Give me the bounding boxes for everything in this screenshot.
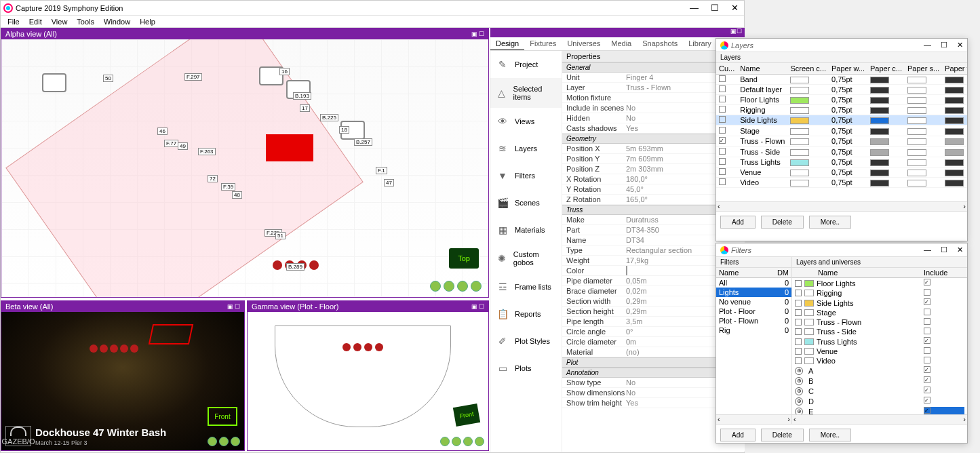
- current-checkbox[interactable]: [719, 137, 726, 144]
- current-checkbox[interactable]: [719, 106, 726, 113]
- paper-color-swatch[interactable]: [870, 107, 889, 114]
- view-restore-icon[interactable]: ▣: [471, 31, 477, 37]
- paper-s-swatch[interactable]: [907, 170, 926, 176]
- nav-project[interactable]: ✎Project: [490, 51, 562, 78]
- paper-t-swatch[interactable]: [945, 170, 964, 176]
- include-checkbox[interactable]: [924, 289, 930, 296]
- layers-col[interactable]: Screen c...: [787, 63, 829, 75]
- layer-row[interactable]: Floor Lights0,75ptNormal: [716, 95, 967, 105]
- menu-view[interactable]: View: [47, 17, 72, 26]
- nav-materials[interactable]: ▦Materials: [490, 216, 562, 243]
- paper-t-swatch[interactable]: [945, 138, 964, 145]
- paper-color-swatch[interactable]: [870, 117, 889, 124]
- current-checkbox[interactable]: [719, 96, 726, 102]
- current-checkbox[interactable]: [719, 148, 726, 155]
- include-checkbox[interactable]: [924, 309, 930, 315]
- screen-color-swatch[interactable]: [790, 128, 809, 135]
- paper-t-swatch[interactable]: [945, 159, 964, 166]
- include-checkbox[interactable]: [924, 366, 930, 373]
- filter-row[interactable]: No venue0: [716, 297, 791, 307]
- horizontal-scrollbar[interactable]: [792, 414, 967, 424]
- include-checkbox[interactable]: [924, 387, 930, 393]
- lu-layer-row[interactable]: Floor Lights: [792, 278, 967, 288]
- lu-layer-row[interactable]: Side Lights: [792, 298, 967, 308]
- add-button[interactable]: Add: [720, 216, 756, 229]
- minimize-button[interactable]: —: [690, 3, 699, 13]
- tab-universes[interactable]: Universes: [562, 37, 606, 50]
- lu-universe-row[interactable]: ⊛E: [792, 406, 967, 414]
- layers-table-scroll[interactable]: Cu...NameScreen c...Paper w...Paper c...…: [716, 63, 967, 201]
- nav-selected[interactable]: △Selected items: [490, 78, 562, 108]
- color-swatch[interactable]: [626, 266, 627, 275]
- filters-list[interactable]: All0Lights0No venue0Plot - Floor0Plot - …: [716, 278, 791, 414]
- paper-s-swatch[interactable]: [907, 107, 926, 114]
- view-restore-icon[interactable]: ▣: [471, 303, 477, 310]
- view-tool-dots[interactable]: [342, 343, 383, 351]
- menu-window[interactable]: Window: [100, 17, 134, 26]
- close-button[interactable]: ✕: [957, 245, 963, 254]
- view-restore-icon[interactable]: ▣: [227, 303, 233, 310]
- current-checkbox[interactable]: [719, 75, 726, 82]
- lu-layer-row[interactable]: Rigging: [792, 288, 967, 298]
- paper-t-swatch[interactable]: [945, 107, 964, 114]
- close-button[interactable]: ✕: [731, 3, 739, 13]
- horizontal-scrollbar[interactable]: [716, 414, 791, 424]
- paper-color-swatch[interactable]: [870, 149, 889, 156]
- include-checkbox[interactable]: [924, 318, 930, 325]
- menu-tools[interactable]: Tools: [73, 17, 98, 26]
- nav-framelists[interactable]: ☲Frame lists: [490, 273, 562, 300]
- fixture-symbol[interactable]: [42, 73, 66, 92]
- screen-color-swatch[interactable]: [790, 138, 809, 145]
- paper-t-swatch[interactable]: [945, 77, 964, 83]
- paper-color-swatch[interactable]: [870, 180, 889, 186]
- view-orientation-front[interactable]: Front: [208, 407, 237, 426]
- beta-nav-buttons[interactable]: [208, 437, 240, 446]
- nav-gobos[interactable]: ✺Custom gobos: [490, 243, 562, 273]
- paper-s-swatch[interactable]: [907, 77, 926, 83]
- layer-row[interactable]: Truss - Flown0,75ptNormal: [716, 136, 967, 146]
- menu-help[interactable]: Help: [136, 17, 159, 26]
- lu-layer-row[interactable]: Truss - Flown: [792, 317, 967, 327]
- alpha-canvas[interactable]: Top 50F.29716B.19317B.22518B.25746F.7749…: [1, 39, 488, 297]
- screen-color-swatch[interactable]: [790, 77, 809, 83]
- tab-design[interactable]: Design: [490, 37, 524, 50]
- include-checkbox[interactable]: [924, 337, 930, 344]
- paper-t-swatch[interactable]: [945, 180, 964, 186]
- more-button[interactable]: More..: [809, 216, 851, 229]
- layer-row[interactable]: Video0,75ptNormal: [716, 177, 967, 187]
- screen-color-swatch[interactable]: [790, 180, 809, 186]
- layer-checkbox[interactable]: [795, 280, 802, 287]
- screen-color-swatch[interactable]: [790, 149, 809, 156]
- include-checkbox[interactable]: [924, 376, 930, 383]
- panel-controls-icon[interactable]: ▣☐: [730, 28, 742, 35]
- current-checkbox[interactable]: [719, 116, 726, 123]
- current-checkbox[interactable]: [719, 127, 726, 134]
- view-tool-dots[interactable]: [90, 344, 138, 353]
- layer-row[interactable]: Default layer0,75ptNormal: [716, 85, 967, 95]
- layer-row[interactable]: Side Lights0,75ptNormal: [716, 115, 967, 125]
- layer-row[interactable]: Band0,75ptNormal: [716, 75, 967, 85]
- beta-canvas[interactable]: GAZEB/O Dockhouse 47 Winter Bash March 1…: [1, 312, 244, 450]
- paper-t-swatch[interactable]: [945, 128, 964, 135]
- gamma-canvas[interactable]: Front: [248, 312, 488, 450]
- nav-scenes[interactable]: 🎬Scenes: [490, 189, 562, 216]
- layers-col[interactable]: Paper te...: [942, 63, 967, 75]
- paper-color-swatch[interactable]: [870, 159, 889, 166]
- lu-layer-row[interactable]: Truss Lights: [792, 336, 967, 347]
- paper-t-swatch[interactable]: [945, 117, 964, 124]
- layer-checkbox[interactable]: [795, 328, 802, 335]
- nav-plotstyles[interactable]: ✐Plot Styles: [490, 328, 562, 355]
- paper-color-swatch[interactable]: [870, 128, 889, 135]
- nav-reports[interactable]: 📋Reports: [490, 300, 562, 328]
- minimize-button[interactable]: —: [924, 41, 931, 50]
- include-checkbox[interactable]: [924, 397, 930, 403]
- tab-fixtures[interactable]: Fixtures: [524, 37, 562, 50]
- layer-checkbox[interactable]: [795, 338, 802, 345]
- layer-row[interactable]: Stage0,75ptNormal: [716, 125, 967, 136]
- more-button[interactable]: More..: [809, 429, 851, 441]
- screen-color-swatch[interactable]: [790, 117, 809, 124]
- paper-s-swatch[interactable]: [907, 149, 926, 156]
- layers-col[interactable]: Paper s...: [905, 63, 942, 75]
- layer-checkbox[interactable]: [795, 357, 802, 364]
- paper-s-swatch[interactable]: [907, 159, 926, 166]
